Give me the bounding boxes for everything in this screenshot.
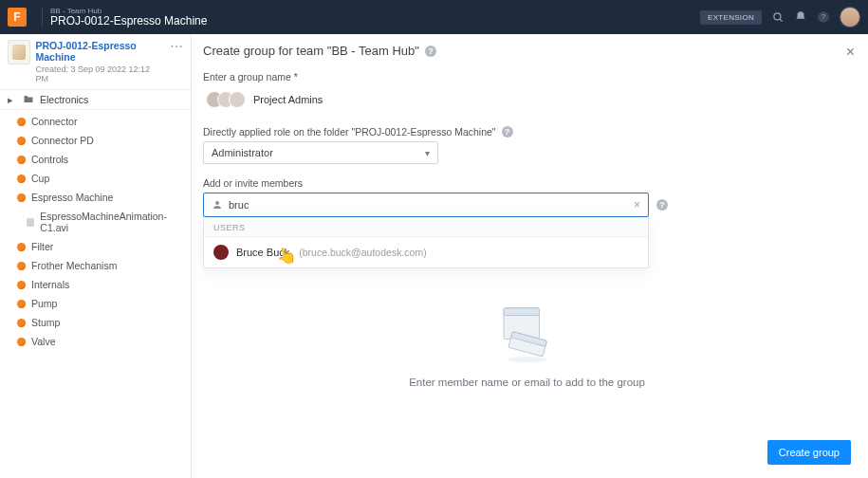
svg-point-4	[215, 201, 219, 205]
tree-item-label: Cup	[31, 173, 49, 184]
tree-item[interactable]: Valve	[0, 332, 191, 351]
tree-item[interactable]: Pump	[0, 294, 191, 313]
tree-item[interactable]: Controls	[0, 150, 191, 169]
component-icon	[17, 118, 26, 126]
tree-item[interactable]: Internals	[0, 275, 191, 294]
chevron-down-icon: ▾	[425, 148, 430, 158]
tree-item-label: Espresso Machine	[31, 192, 113, 203]
tree-item[interactable]: Espresso Machine	[0, 188, 191, 207]
group-name-value: Project Admins	[253, 94, 323, 105]
tree-list: ConnectorConnector PDControlsCupEspresso…	[0, 110, 191, 353]
members-label: Add or invite members	[203, 177, 851, 189]
tree-item-label: EspressoMachineAnimation-C1.avi	[40, 211, 183, 233]
members-help-icon[interactable]: ?	[656, 199, 668, 211]
component-icon	[17, 193, 26, 202]
component-icon	[17, 156, 26, 164]
svg-text:?: ?	[822, 13, 825, 20]
tree-item[interactable]: Connector PD	[0, 131, 191, 150]
group-name-field[interactable]: Project Admins	[203, 86, 469, 113]
clear-icon[interactable]: ×	[634, 198, 640, 211]
sidebar: PROJ-0012-Espresso Machine Created: 3 Se…	[0, 34, 192, 478]
component-icon	[17, 300, 26, 308]
suggestion-avatar	[213, 245, 229, 260]
project-more-icon[interactable]: ⋯	[170, 40, 183, 53]
user-avatar[interactable]	[840, 7, 860, 28]
component-icon	[17, 262, 26, 270]
project-meta: Created: 3 Sep 09 2022 12:12 PM	[36, 64, 164, 83]
extension-badge[interactable]: EXTENSION	[700, 10, 762, 25]
tree-item-label: Connector	[31, 116, 77, 127]
notifications-icon[interactable]	[794, 10, 807, 24]
svg-rect-6	[504, 308, 539, 316]
suggestion-name: Bruce Buck	[236, 247, 289, 258]
tree-item-label: Stump	[31, 317, 60, 328]
person-icon	[212, 199, 223, 211]
page-heading: Create group for team "BB - Team Hub" ?	[203, 44, 851, 58]
tree-item[interactable]: EspressoMachineAnimation-C1.avi	[0, 207, 191, 237]
role-label: Directly applied role on the folder "PRO…	[203, 126, 851, 138]
tree-item-label: Controls	[31, 154, 68, 165]
chevron-right-icon: ▸	[8, 94, 17, 105]
component-icon	[17, 243, 26, 251]
search-icon[interactable]	[771, 10, 785, 24]
tree-item[interactable]: Connector	[0, 112, 191, 131]
tree-item-label: Valve	[31, 336, 56, 347]
project-header[interactable]: PROJ-0012-Espresso Machine Created: 3 Se…	[0, 34, 191, 90]
empty-state-illustration	[489, 301, 565, 367]
component-icon	[17, 319, 26, 327]
tree-item[interactable]: Filter	[0, 237, 191, 256]
tree-item-label: Internals	[31, 279, 69, 290]
tree-root-label: Electronics	[40, 94, 88, 105]
topbar: F BB - Team Hub PROJ-0012-Espresso Machi…	[0, 0, 868, 34]
group-name-label: Enter a group name *	[203, 71, 851, 83]
role-selected-value: Administrator	[212, 147, 273, 158]
heading-help-icon[interactable]: ?	[425, 46, 436, 57]
tree-item-label: Pump	[31, 298, 57, 309]
tree-item[interactable]: Cup	[0, 169, 191, 188]
suggestion-email: (bruce.buck@autodesk.com)	[299, 247, 426, 258]
empty-state-text: Enter member name or email to add to the…	[203, 377, 851, 388]
divider	[42, 7, 43, 28]
folder-icon	[23, 94, 34, 105]
help-icon[interactable]: ?	[817, 10, 830, 24]
role-select[interactable]: Administrator ▾	[203, 141, 438, 164]
component-icon	[17, 175, 26, 183]
member-search-input[interactable]	[229, 199, 628, 211]
svg-point-9	[508, 357, 545, 362]
close-icon[interactable]: ×	[846, 44, 855, 61]
file-icon	[27, 218, 34, 227]
topbar-actions: EXTENSION ?	[700, 7, 860, 28]
brand-logo[interactable]: F	[8, 8, 27, 27]
svg-point-0	[774, 13, 781, 20]
tree-item-label: Filter	[31, 241, 53, 252]
create-group-button[interactable]: Create group	[767, 440, 851, 465]
project-title-top: PROJ-0012-Espresso Machine	[50, 15, 207, 27]
project-title: PROJ-0012-Espresso Machine	[36, 40, 164, 63]
tree-item-label: Frother Mechanism	[31, 260, 117, 271]
member-suggestions: Users Bruce Buck (bruce.buck@autodesk.co…	[203, 217, 649, 268]
component-icon	[17, 338, 26, 346]
suggestion-item[interactable]: Bruce Buck (bruce.buck@autodesk.com)	[204, 237, 648, 267]
title-block[interactable]: BB - Team Hub PROJ-0012-Espresso Machine	[50, 8, 207, 27]
tree-item[interactable]: Frother Mechanism	[0, 256, 191, 275]
tree-item-label: Connector PD	[31, 135, 94, 146]
component-icon	[17, 137, 26, 145]
component-icon	[17, 281, 26, 289]
svg-line-1	[780, 19, 783, 22]
member-search[interactable]: ×	[203, 193, 649, 217]
tree-root[interactable]: ▸ Electronics	[0, 90, 191, 110]
create-group-panel: × Create group for team "BB - Team Hub" …	[192, 34, 868, 478]
role-help-icon[interactable]: ?	[502, 126, 513, 138]
group-avatar-stack-icon	[206, 91, 246, 108]
tree-item[interactable]: Stump	[0, 313, 191, 332]
suggestion-section-label: Users	[204, 217, 648, 237]
project-thumbnail	[8, 40, 30, 64]
